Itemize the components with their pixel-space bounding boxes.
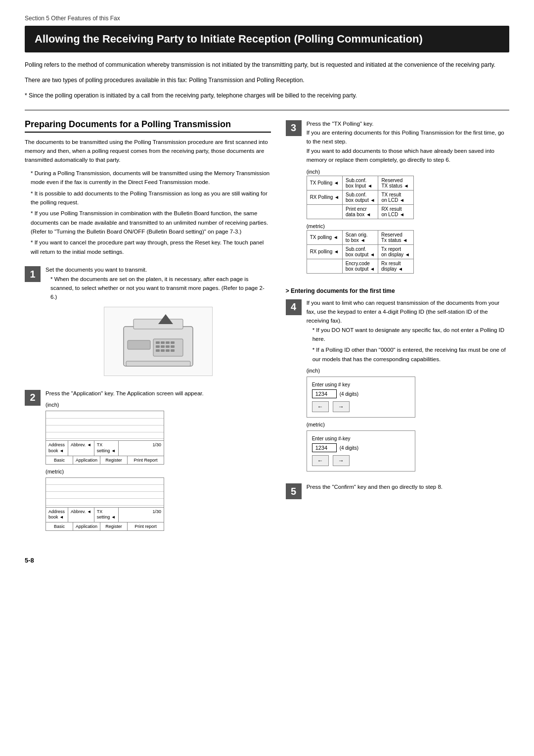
lcd-tx-polling[interactable]: TX Polling ◄	[307, 176, 342, 190]
section-header: Section 5 Other Features of this Fax	[25, 15, 509, 22]
bullet-2: * It is possible to add documents to the…	[31, 189, 271, 207]
step-4-content: If you want to limit who can request tra…	[307, 298, 509, 475]
step3-inch-label: (inch)	[307, 169, 509, 175]
basic-btn-inch[interactable]: Basic	[46, 456, 73, 464]
lcd-txreport-display[interactable]: Tx reporton display ◄	[378, 244, 414, 259]
lcd-rx-polling-m[interactable]: RX polling ◄	[307, 244, 342, 259]
lcd-metric-grid: TX polling ◄ Scan orig.to box ◄ Reserved…	[307, 230, 414, 274]
print-report-btn-inch[interactable]: Print Report	[128, 456, 164, 464]
lcd-rx-polling[interactable]: RX Polling ◄	[307, 190, 342, 204]
page-number: 5-8	[25, 557, 509, 564]
lcd-reserved-txstatus-m[interactable]: ReservedTx status ◄	[378, 230, 414, 244]
step-2-number: 2	[25, 390, 41, 406]
step2-inch-label: (inch)	[45, 402, 271, 408]
addr-book-tab-metric[interactable]: Addressbook ◄	[46, 508, 68, 522]
lcd-subconf-boxout-m[interactable]: Sub.conf.box output ◄	[342, 244, 378, 259]
step-3-block: 3 Press the "TX Polling" key. If you are…	[286, 119, 509, 278]
step-3-number: 3	[286, 120, 302, 136]
app-screen-metric: Addressbook ◄ Abbrev. ◄ TXsetting ◄ 1/30…	[45, 477, 164, 531]
svg-rect-4	[156, 341, 160, 344]
print-report-btn-metric[interactable]: Print report	[128, 522, 164, 530]
right-arrow-inch[interactable]: →	[333, 401, 350, 412]
fax-illustration	[104, 307, 213, 376]
register-btn-inch[interactable]: Register	[100, 456, 128, 464]
app-screen-rows-inch	[46, 411, 164, 441]
svg-rect-9	[161, 345, 165, 348]
arrow-buttons-inch: ← →	[312, 401, 410, 412]
digits-label-metric: (4 digits)	[340, 445, 358, 451]
abbrev-tab-metric[interactable]: Abbrev. ◄	[68, 508, 94, 522]
num-input-inch: Enter using # key 1234 (4 digits) ← →	[307, 377, 415, 418]
right-column: 3 Press the "TX Polling" key. If you are…	[286, 119, 509, 542]
left-arrow-metric[interactable]: ←	[312, 455, 329, 466]
step-5-text: Press the "Confirm" key and then go dire…	[307, 482, 509, 491]
svg-rect-11	[171, 345, 175, 348]
lcd-rxresult-lcd[interactable]: RX resulton LCD ◄	[378, 204, 414, 219]
lcd-inch-row-2: RX Polling ◄ Sub.conf.box output ◄ TX re…	[307, 190, 414, 204]
step-5-block: 5 Press the "Confirm" key and then go di…	[286, 482, 509, 499]
step-3-sub1: If you are entering documents for this P…	[307, 128, 509, 146]
tx-setting-tab-metric[interactable]: TXsetting ◄	[94, 508, 119, 522]
tx-setting-tab-inch[interactable]: TXsetting ◄	[94, 441, 119, 455]
lcd-subconf-boxin[interactable]: Sub.conf.box Input ◄	[343, 176, 378, 190]
lcd-print-encr[interactable]: Print encrdata box ◄	[343, 204, 378, 219]
application-btn-inch[interactable]: Application	[73, 456, 100, 464]
step-2-text: Press the "Application" key. The Applica…	[45, 389, 271, 398]
lcd-metric-row-1: TX polling ◄ Scan orig.to box ◄ Reserved…	[307, 230, 413, 244]
lcd-scan-orig[interactable]: Scan orig.to box ◄	[342, 230, 378, 244]
svg-rect-17	[126, 361, 190, 366]
abbrev-tab-inch[interactable]: Abbrev. ◄	[68, 441, 94, 455]
bullet-4: * If you want to cancel the procedure pa…	[31, 238, 271, 256]
main-content: Preparing Documents for a Polling Transm…	[25, 119, 509, 542]
lcd-inch-row-1: TX Polling ◄ Sub.conf.box Input ◄ Reserv…	[307, 176, 414, 190]
app-btns-inch: Basic Application Register Print Report	[46, 456, 164, 464]
left-section-title: Preparing Documents for a Polling Transm…	[25, 119, 271, 133]
svg-rect-10	[166, 345, 170, 348]
application-btn-metric[interactable]: Application	[73, 522, 100, 530]
step-2-block: 2 Press the "Application" key. The Appli…	[25, 389, 271, 534]
left-body: The documents to be transmitted using th…	[25, 138, 271, 165]
svg-rect-7	[171, 341, 175, 344]
step-3-content: Press the "TX Polling" key. If you are e…	[307, 119, 509, 278]
fax-svg	[114, 312, 203, 371]
polling-id-field-metric[interactable]: 1234	[312, 443, 337, 452]
lcd-metric-row-3: Encry.codebox output ◄ Rx resultdisplay …	[307, 259, 413, 273]
step-4-bullet-1: * If you DO NOT want to designate any sp…	[312, 326, 509, 344]
right-arrow-metric[interactable]: →	[333, 455, 350, 466]
lcd-subconf-boxout[interactable]: Sub.conf.box output ◄	[343, 190, 378, 204]
svg-rect-16	[128, 340, 150, 349]
entering-docs-title: > Entering documents for the first time	[286, 287, 509, 294]
step-4-text: If you want to limit who can request tra…	[307, 298, 509, 326]
intro-line-2: There are two types of polling procedure…	[25, 76, 509, 85]
step-1-sub: * When the documents are set on the plat…	[50, 275, 271, 302]
lcd-empty-cell-m	[307, 259, 342, 273]
svg-rect-12	[156, 349, 160, 352]
lcd-txresult-lcd[interactable]: TX resulton LCD ◄	[378, 190, 414, 204]
step2-metric-label: (metric)	[45, 469, 271, 474]
lcd-reserved-txstat[interactable]: ReservedTX status ◄	[378, 176, 414, 190]
addr-book-tab-inch[interactable]: Addressbook ◄	[46, 441, 68, 455]
register-btn-metric[interactable]: Register	[100, 522, 128, 530]
arrow-buttons-metric: ← →	[312, 455, 410, 466]
svg-rect-6	[166, 341, 170, 344]
polling-id-field-inch[interactable]: 1234	[312, 389, 337, 398]
step-3-text: Press the "TX Polling" key.	[307, 119, 509, 128]
intro-line-1: Polling refers to the method of communic…	[25, 60, 509, 70]
step3-metric-label: (metric)	[307, 223, 509, 229]
app-tabs-top-metric: Addressbook ◄ Abbrev. ◄ TXsetting ◄ 1/30	[46, 508, 164, 522]
left-arrow-inch[interactable]: ←	[312, 401, 329, 412]
lcd-rxresult-display[interactable]: Rx resultdisplay ◄	[378, 259, 414, 273]
num-field-row-inch: 1234 (4 digits)	[312, 389, 410, 398]
num-field-row-metric: 1234 (4 digits)	[312, 443, 410, 452]
step-1-block: 1 Set the documents you want to transmit…	[25, 265, 271, 381]
page-count-metric: 1/30	[119, 508, 164, 522]
lcd-tx-polling-m[interactable]: TX polling ◄	[307, 230, 342, 244]
step-3-sub2: If you want to add documents to those wh…	[307, 146, 509, 165]
app-screen-rows-metric	[46, 478, 164, 508]
svg-rect-15	[171, 349, 175, 352]
step-5-content: Press the "Confirm" key and then go dire…	[307, 482, 509, 491]
step-4-number: 4	[286, 299, 302, 315]
lcd-encry-code[interactable]: Encry.codebox output ◄	[342, 259, 378, 273]
basic-btn-metric[interactable]: Basic	[46, 522, 73, 530]
step-4-bullet-2: * If a Polling ID other than "0000" is e…	[312, 345, 509, 364]
